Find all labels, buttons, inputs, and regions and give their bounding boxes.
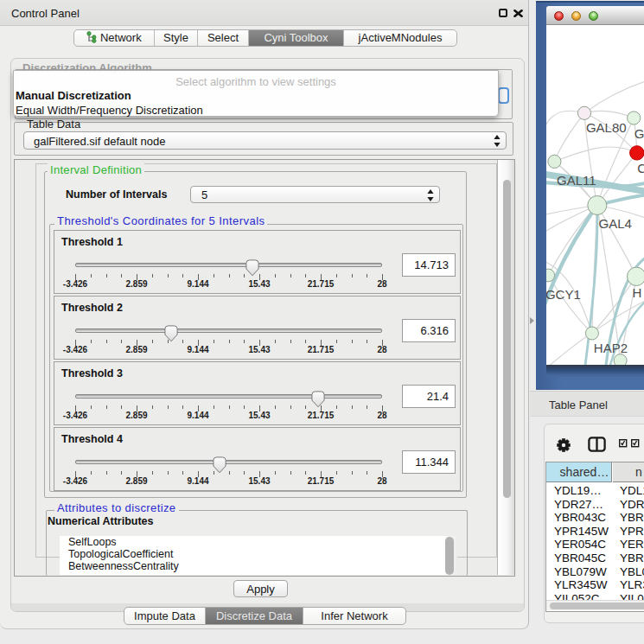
svg-text:GAL11: GAL11 [557,173,596,188]
svg-text:GA: GA [634,126,644,141]
svg-text:HAP2: HAP2 [594,341,628,355]
svg-text:C: C [637,161,644,175]
svg-text:GAL4: GAL4 [598,216,631,231]
svg-text:GAL80: GAL80 [586,120,627,135]
svg-text:GCY1: GCY1 [546,287,581,302]
svg-text:H: H [632,285,641,300]
